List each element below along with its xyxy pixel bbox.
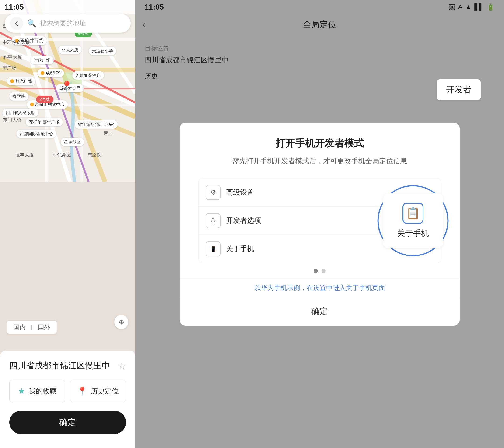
settings-icon: ⚙ <box>206 185 220 200</box>
dot-1 <box>314 269 318 273</box>
bottom-panel: 四川省成都市锦江区慢里中 ☆ ★ 我的收藏 📍 历史定位 确定 <box>0 351 135 448</box>
left-panel: 王府井百货 亚太大厦 天涯石小学 时代广场 成都IFS 成都太古里 河畔亚朵酒店… <box>0 0 135 448</box>
history-label: 历史定位 <box>91 386 119 396</box>
right-panel: 11:05 🖼 A ▲ ▌▌ 🔋 ‹ 全局定位 目标位置 四川省成都市锦江区慢里… <box>135 0 504 448</box>
poi-shidaihao: 东路院 <box>88 152 102 158</box>
poi-rongshang: 蓉上 <box>104 130 113 137</box>
poi-xibei: 西部国际金融中心 <box>16 129 56 138</box>
favorites-icon: ★ <box>18 386 25 396</box>
tab-domestic[interactable]: 国内 <box>14 324 26 331</box>
dialog-title: 打开手机开发者模式 <box>194 137 446 150</box>
phone-info-icon: 📋 <box>402 203 424 224</box>
search-placeholder: 搜索想要的地址 <box>40 19 86 28</box>
poi-shidai: 时代广场 <box>30 56 54 64</box>
confirm-button-left[interactable]: 确定 <box>9 411 126 434</box>
location-tab[interactable]: 国内 | 国外 <box>7 321 57 334</box>
poi-qunguang: 群光广场 <box>7 77 36 85</box>
dialog-description: 需先打开手机开发者模式后，才可更改手机全局定位信息 <box>194 155 446 167</box>
dev-card: 📋 关于手机 <box>383 194 443 248</box>
poi-ifs: 成都IFS <box>37 69 64 77</box>
star-icon[interactable]: ☆ <box>118 360 126 371</box>
poi-school: 天涯石小学 <box>89 47 116 55</box>
menu-container: ⚙ 高级设置 › {} 开发者选项 › 📱 关于手机 › <box>189 178 450 263</box>
time-left: 11:05 <box>5 3 24 11</box>
location-pin: 📍 <box>61 80 73 92</box>
back-button-left[interactable] <box>10 17 23 30</box>
poi-xingcheng: 东门大桥 <box>3 117 21 123</box>
poi-chunxi: 春熙路 <box>9 92 28 101</box>
favorites-label: 我的收藏 <box>29 386 57 396</box>
location-name: 四川省成都市锦江区慢里中 <box>9 360 110 372</box>
poi-government: 四川省人民政府 <box>2 108 38 117</box>
search-icon: 🔍 <box>27 19 36 28</box>
poi-xinghe: 恒丰大厦 <box>15 152 34 158</box>
poi-boat: 锦江游船(东门码头) <box>75 120 118 128</box>
search-bar: 🔍 搜索想要的地址 <box>5 14 131 33</box>
poi-yatai: 亚太大厦 <box>58 46 82 54</box>
dot-2 <box>322 269 326 273</box>
location-row: 四川省成都市锦江区慢里中 ☆ <box>9 360 126 372</box>
poi-liuguang: 流广场 <box>2 65 16 71</box>
about-icon: 📱 <box>206 241 220 256</box>
action-buttons: ★ 我的收藏 📍 历史定位 <box>9 380 126 402</box>
poi-hotel: 河畔亚朵酒店 <box>72 71 104 80</box>
poi-zhonghuan: 中环特资大厦 <box>2 39 30 46</box>
compass-btn[interactable]: ⊕ <box>114 315 128 329</box>
history-icon: 📍 <box>77 386 87 396</box>
dialog-confirm-button[interactable]: 确定 <box>180 297 460 325</box>
dialog-header: 打开手机开发者模式 需先打开手机开发者模式后，才可更改手机全局定位信息 <box>180 123 460 174</box>
poi-keja: 科甲大厦 <box>3 54 22 60</box>
carousel-dots <box>180 269 460 273</box>
poi-hengfeng: 时代豪庭 <box>53 152 71 158</box>
huawei-example-link[interactable]: 以华为手机示例，在设置中进入关于手机页面 <box>180 279 460 297</box>
status-bar-left: 11:05 <box>0 0 135 14</box>
developer-dialog: 打开手机开发者模式 需先打开手机开发者模式后，才可更改手机全局定位信息 ⚙ 高级… <box>180 123 460 325</box>
subway-2: 2号线 <box>36 96 54 103</box>
dialog-overlay: 打开手机开发者模式 需先打开手机开发者模式后，才可更改手机全局定位信息 ⚙ 高级… <box>135 0 504 448</box>
confirm-label-left: 确定 <box>59 417 76 428</box>
developer-icon: {} <box>206 213 220 228</box>
history-button[interactable]: 📍 历史定位 <box>70 380 126 402</box>
poi-dongmen: 星城银座 <box>61 138 84 146</box>
favorites-button[interactable]: ★ 我的收藏 <box>9 380 65 402</box>
tab-overseas[interactable]: 国外 <box>38 324 50 331</box>
dev-card-container: 📋 关于手机 <box>371 183 455 258</box>
poi-hua: 花样年·喜年广场 <box>26 118 63 126</box>
dev-card-label: 关于手机 <box>397 228 429 239</box>
